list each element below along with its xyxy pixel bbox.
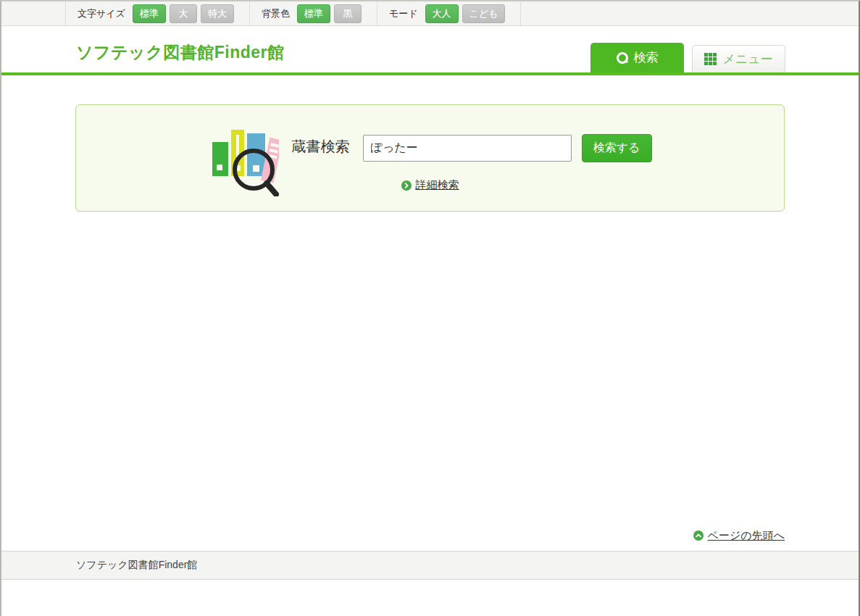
tab-menu-label: メニュー bbox=[722, 51, 772, 67]
footer-site-name: ソフテック図書館Finder館 bbox=[76, 559, 197, 572]
page: 文字サイズ 標準 大 特大 背景色 標準 黒 モード 大人 こども ソフテック図… bbox=[0, 0, 860, 616]
font-size-standard-button[interactable]: 標準 bbox=[133, 4, 166, 23]
grid-icon bbox=[704, 53, 717, 65]
search-submit-button[interactable]: 検索する bbox=[582, 134, 652, 162]
mode-group: モード 大人 こども bbox=[377, 1, 522, 26]
mode-adult-button[interactable]: 大人 bbox=[425, 4, 459, 23]
catalog-search-label: 蔵書検索 bbox=[292, 137, 350, 157]
accessibility-toolbar: 文字サイズ 標準 大 特大 背景色 標準 黒 モード 大人 こども bbox=[1, 1, 859, 26]
mode-kids-button[interactable]: こども bbox=[462, 4, 506, 23]
header-accent-line bbox=[1, 72, 859, 75]
tab-search-label: 検索 bbox=[634, 49, 659, 66]
background-color-label: 背景色 bbox=[262, 7, 290, 20]
bg-standard-button[interactable]: 標準 bbox=[297, 4, 330, 23]
font-size-xlarge-button[interactable]: 特大 bbox=[201, 4, 234, 23]
site-title: ソフテック図書館Finder館 bbox=[76, 41, 284, 63]
back-to-top-link[interactable]: ページの先頭へ bbox=[708, 529, 785, 543]
header: ソフテック図書館Finder館 検索 メニュー bbox=[1, 26, 859, 72]
search-icon bbox=[617, 52, 628, 64]
mode-label: モード bbox=[389, 7, 418, 20]
tab-search[interactable]: 検索 bbox=[590, 43, 684, 72]
background-color-group: 背景色 標準 黒 bbox=[249, 1, 377, 26]
font-size-group: 文字サイズ 標準 大 特大 bbox=[65, 1, 249, 26]
font-size-label: 文字サイズ bbox=[78, 7, 125, 20]
footer: ソフテック図書館Finder館 bbox=[1, 551, 859, 580]
content-spacer bbox=[75, 212, 785, 528]
bg-black-button[interactable]: 黒 bbox=[334, 4, 362, 23]
arrow-right-circle-icon bbox=[401, 180, 412, 191]
header-tabs: 検索 メニュー bbox=[590, 43, 785, 72]
catalog-search-panel: 蔵書検索 検索する 詳細検索 bbox=[75, 104, 785, 212]
books-magnifier-icon bbox=[209, 124, 279, 196]
arrow-up-circle-icon bbox=[693, 530, 704, 541]
font-size-large-button[interactable]: 大 bbox=[170, 4, 197, 23]
advanced-search-link[interactable]: 詳細検索 bbox=[416, 178, 459, 192]
search-input[interactable] bbox=[363, 135, 572, 162]
tab-menu[interactable]: メニュー bbox=[692, 45, 785, 72]
main-content: 蔵書検索 検索する 詳細検索 ページの先頭へ bbox=[1, 104, 859, 543]
